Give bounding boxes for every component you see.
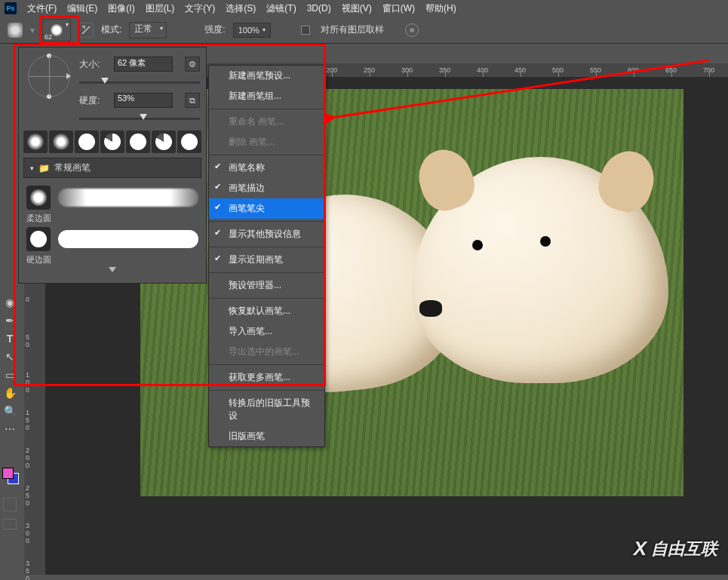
check-icon: ✔ [214, 253, 221, 263]
flyout-menu-label: 新建画笔预设... [229, 70, 290, 81]
flyout-menu-label: 转换后的旧版工具预设 [229, 397, 310, 421]
strength-value: 100% [238, 26, 260, 35]
menu-layer[interactable]: 图层(L) [146, 2, 175, 15]
more-tools-icon[interactable]: ⋯ [3, 422, 17, 436]
flyout-menu-item[interactable]: ✔画笔笔尖 [209, 198, 324, 219]
color-swatches[interactable] [2, 468, 19, 484]
zoom-tool-icon[interactable]: 🔍 [3, 404, 17, 418]
ruler-tick-label: 50 [26, 333, 29, 348]
quickmask-icon[interactable] [3, 498, 17, 511]
watermark-text: 自由互联 [651, 538, 717, 560]
brush-stroke-preview [58, 189, 198, 207]
flyout-menu-item[interactable]: 导入画笔... [209, 321, 324, 342]
image-detail [540, 236, 551, 247]
ruler-tick-label: 200 [26, 447, 29, 469]
brush-thumb[interactable] [75, 130, 99, 153]
flyout-menu-item[interactable]: 新建画笔预设... [209, 66, 324, 86]
menu-select[interactable]: 选择(S) [226, 2, 256, 15]
flyout-menu-label: 删除 画笔... [229, 137, 275, 147]
new-preset-icon[interactable]: ⧉ [185, 93, 200, 108]
type-tool-icon[interactable]: T [3, 332, 17, 345]
menu-image[interactable]: 图像(I) [108, 2, 134, 15]
brush-folder-header[interactable]: ▾ 📁 常规画笔 [23, 158, 201, 178]
brush-panel-toggle-icon[interactable] [78, 23, 94, 38]
strength-label: 强度: [204, 23, 225, 36]
menu-window[interactable]: 窗口(W) [382, 2, 415, 15]
flyout-menu-item[interactable]: ✔画笔名称 [209, 158, 324, 178]
menu-type[interactable]: 文字(Y) [185, 2, 215, 15]
menu-3d[interactable]: 3D(D) [307, 3, 331, 14]
tools-panel: ◉ ✒ T ↖ ▭ ✋ 🔍 ⋯ [0, 293, 20, 439]
gear-icon[interactable]: ⚙ [185, 57, 200, 72]
angle-handle[interactable] [47, 54, 51, 58]
brush-name: 柔边圆 [26, 213, 201, 224]
flyout-menu-item: 导出选中的画笔... [209, 342, 324, 362]
flyout-menu-item[interactable]: ✔画笔描边 [209, 178, 324, 198]
chevron-down-icon: ▾ [263, 26, 266, 33]
brush-thumb[interactable] [23, 130, 48, 153]
hardness-label: 硬度: [79, 94, 108, 107]
flyout-menu-label: 导出选中的画笔... [229, 346, 299, 357]
chevron-down-icon: ▾ [66, 21, 69, 28]
flyout-menu-label: 显示其他预设信息 [229, 229, 301, 239]
brush-preset-picker[interactable]: 62 ▾ [42, 19, 71, 41]
blur-tool-icon[interactable]: ◉ [3, 296, 17, 309]
shape-tool-icon[interactable]: ▭ [3, 368, 17, 382]
brush-thumb[interactable] [152, 130, 176, 153]
brush-thumb[interactable] [100, 130, 124, 153]
menu-file[interactable]: 文件(F) [27, 2, 57, 15]
strength-input[interactable]: 100% ▾ [233, 23, 271, 38]
sample-all-layers-checkbox[interactable] [301, 26, 310, 35]
brush-angle-control[interactable] [28, 55, 70, 97]
flyout-menu-item[interactable]: 预设管理器... [209, 275, 324, 296]
flyout-menu-item[interactable]: 获取更多画笔... [209, 367, 324, 388]
angle-handle[interactable] [47, 94, 51, 99]
ruler-tick-label: 350 [26, 560, 29, 580]
brush-list: 柔边圆 硬边圆 [19, 180, 206, 265]
brush-thumb[interactable] [126, 130, 150, 153]
tool-dropdown-icon[interactable]: ▾ [30, 25, 35, 35]
panel-resize-grip[interactable] [19, 265, 206, 274]
brush-size-label: 62 [45, 33, 52, 41]
brush-list-item[interactable] [23, 183, 201, 213]
brush-name: 硬边圆 [26, 254, 201, 265]
watermark: X 自由互联 [634, 537, 717, 560]
flyout-menu-label: 显示近期画笔 [229, 254, 283, 265]
brush-panel-flyout-menu: 新建画笔预设...新建画笔组...重命名 画笔...删除 画笔...✔画笔名称✔… [208, 65, 325, 447]
flyout-menu-item[interactable]: ✔显示其他预设信息 [209, 224, 324, 244]
flyout-menu-item[interactable]: 旧版画笔 [209, 426, 324, 447]
menu-edit[interactable]: 编辑(E) [67, 2, 97, 15]
app-icon: Ps [5, 2, 17, 14]
path-tool-icon[interactable]: ↖ [3, 350, 17, 364]
sample-all-layers-label: 对所有图层取样 [321, 23, 384, 36]
menu-view[interactable]: 视图(V) [342, 2, 372, 15]
blend-mode-value: 正常 [134, 23, 152, 34]
brush-list-item[interactable] [23, 224, 201, 254]
ruler-tick-label: 300 [26, 522, 29, 545]
hardness-input[interactable]: 53% [114, 93, 173, 108]
flyout-menu-label: 旧版画笔 [229, 431, 265, 441]
brush-preset-panel: 大小: 62 像素 ⚙ 硬度: 53% ⧉ [18, 47, 207, 284]
recent-brushes-row [19, 130, 206, 153]
screenmode-icon[interactable] [3, 519, 17, 529]
flyout-menu-item[interactable]: ✔显示近期画笔 [209, 250, 324, 270]
brush-preview-dot [51, 24, 63, 36]
mode-label: 模式: [101, 23, 121, 36]
brush-thumb[interactable] [177, 130, 201, 153]
flyout-menu-item[interactable]: 转换后的旧版工具预设 [209, 393, 324, 426]
brush-thumb[interactable] [49, 130, 73, 153]
blend-mode-select[interactable]: 正常 ▾ [129, 22, 167, 38]
pen-tool-icon[interactable]: ✒ [3, 314, 17, 327]
hardness-slider[interactable] [79, 112, 200, 123]
pressure-icon[interactable] [405, 23, 419, 37]
flyout-menu-label: 导入画笔... [229, 326, 272, 336]
menu-help[interactable]: 帮助(H) [425, 2, 456, 15]
size-slider[interactable] [79, 76, 200, 87]
flyout-menu-item[interactable]: 新建画笔组... [209, 86, 324, 106]
hand-tool-icon[interactable]: ✋ [3, 386, 17, 400]
foreground-color-swatch[interactable] [2, 468, 14, 479]
current-tool-icon[interactable] [8, 23, 23, 38]
menu-filter[interactable]: 滤镜(T) [266, 2, 296, 15]
size-input[interactable]: 62 像素 [114, 57, 173, 72]
flyout-menu-item[interactable]: 恢复默认画笔... [209, 301, 324, 321]
